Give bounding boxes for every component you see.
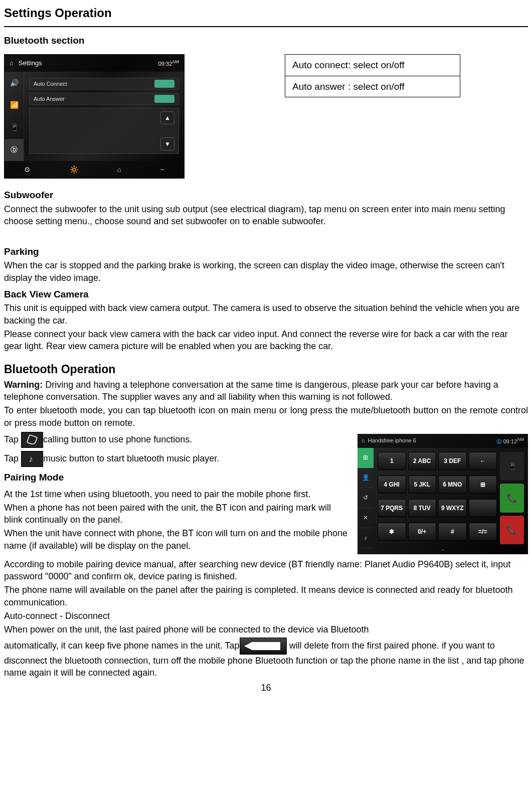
pairing-p5: The phone name will available on the pan… (4, 584, 528, 608)
handsfree-screenshot: ⌂ Handsfree iphone 6 ⓑ 09:12AM ⊞ 👤 ↺ ✕ ♪… (358, 434, 528, 554)
delete-icon (240, 638, 287, 655)
scroll-down-icon: ▼ (160, 137, 174, 150)
key-4: 4 GHI (378, 476, 406, 494)
page-number: 16 (4, 682, 528, 694)
tap-pre-2: Tap (4, 453, 21, 463)
key-5: 5 JKL (408, 476, 437, 494)
autoconnect-heading: Auto-connect - Disconnect (4, 610, 528, 622)
autoconnect-p1: When power on the unit, the last paired … (4, 623, 528, 636)
side-bluetooth-icon: ⓑ (5, 139, 24, 162)
hf-dialpad-icon: ⊞ (358, 448, 374, 468)
bt-warning-paragraph: Warning: Driving and having a telephone … (4, 379, 528, 403)
title-rule (4, 26, 528, 27)
key-8: 8 TUV (408, 499, 437, 517)
side-wifi-icon: 📶 (5, 94, 24, 117)
clock-time: 09:32 (158, 61, 172, 67)
key-blank (469, 499, 497, 517)
music-icon (21, 451, 43, 467)
warning-label: Warning: (4, 380, 43, 390)
hf-unlink-icon: ✕ (358, 508, 374, 528)
key-1: 1 (378, 452, 406, 470)
subwoofer-heading: Subwoofer (4, 189, 528, 202)
key-0: 0/+ (408, 523, 437, 541)
key-swap: =/= (469, 523, 497, 541)
page-title: Settings Operation (4, 5, 528, 21)
key-backspace: ← (469, 452, 497, 470)
auto-connect-label: Auto Connect (34, 80, 67, 88)
auto-answer-label: Auto Answer (34, 95, 65, 103)
hf-time: 09:12 (503, 438, 517, 444)
key-hash: # (438, 523, 467, 541)
bottom-eq-icon: ~ (160, 165, 164, 175)
tap-pre-1: Tap (4, 434, 21, 444)
auto2a: automatically, it can keep five phone na… (4, 640, 240, 650)
hf-chevron-icon: ⌃ (358, 548, 528, 554)
bt-operation-heading: Bluetooth Operation (4, 362, 528, 377)
key-3: 3 DEF (438, 452, 467, 470)
auto-answer-toggle-icon (154, 95, 174, 103)
info-auto-answer: Auto answer : select on/off (285, 76, 460, 97)
bt-enter-text: To enter bluetooth mode, you can tap blu… (4, 404, 528, 429)
tap-music-text: music button to start bluetooth music pl… (43, 453, 219, 463)
key-grid: ⊞ (469, 476, 497, 494)
hf-transfer-icon: 📱 (500, 452, 524, 481)
key-9: 9 WXYZ (438, 499, 467, 517)
info-table: Auto connect: select on/off Auto answer … (285, 54, 460, 97)
key-2: 2 ABC (408, 452, 437, 470)
back-icon: ⌂ (10, 59, 14, 68)
bottom-home-icon: ⌂ (117, 165, 121, 175)
auto-connect-row: Auto Connect (29, 78, 179, 90)
parking-text: When the car is stopped and the parking … (4, 259, 528, 284)
info-auto-connect: Auto connect: select on/off (285, 55, 460, 76)
scroll-up-icon: ▲ (160, 111, 174, 124)
backcam-text-1: This unit is equipped with back view cam… (4, 302, 528, 327)
bottom-brightness-icon: 🔆 (70, 165, 78, 175)
hf-hangup-icon: 📞 (500, 516, 524, 544)
backcam-heading: Back View Camera (4, 288, 528, 301)
clock-ampm: AM (172, 59, 179, 64)
side-phone-icon: 📱 (5, 116, 24, 139)
bluetooth-settings-screenshot: ⌂ Settings 09:32AM 🔊 📶 📱 ⓑ Auto Connect (4, 54, 185, 179)
hf-history-icon: ↺ (358, 488, 374, 508)
key-6: 6 MNO (438, 476, 467, 494)
hf-music-icon: ♪ (358, 528, 374, 548)
hf-call-icon: 📞 (500, 484, 524, 512)
side-audio-icon: 🔊 (5, 72, 24, 94)
pairing-p4: According to mobile pairing device manua… (4, 558, 528, 583)
key-7: 7 PQRS (378, 499, 406, 517)
hf-contacts-icon: 👤 (358, 468, 374, 488)
phone-icon (21, 432, 43, 448)
key-star: ✱ (378, 523, 406, 541)
bluetooth-section-heading: Bluetooth section (4, 34, 528, 47)
auto-connect-toggle-icon (154, 80, 174, 88)
hf-keypad: 1 2 ABC 3 DEF ← 4 GHI 5 JKL 6 MNO ⊞ 7 PQ… (378, 452, 497, 544)
paired-list-area: ▲ ▼ (29, 108, 179, 154)
hf-bt-icon: ⓑ (496, 438, 502, 444)
subwoofer-text: Connect the subwoofer to the unit using … (4, 203, 528, 228)
auto-answer-row: Auto Answer (29, 93, 179, 105)
parking-heading: Parking (4, 245, 528, 258)
screenshot-title: Settings (19, 59, 42, 68)
tap-call-text: calling button to use phone functions. (43, 434, 192, 444)
bottom-gear-icon: ⚙ (24, 165, 31, 175)
warning-text: Driving and having a telephone conversat… (4, 380, 498, 402)
autoconnect-p2: automatically, it can keep five phone na… (4, 638, 528, 679)
hf-ampm: AM (517, 437, 524, 442)
hf-title: Handsfree iphone 6 (368, 437, 416, 443)
backcam-text-2: Please connect your back view camera wit… (4, 328, 528, 353)
hf-back-icon: ⌂ (362, 437, 365, 443)
